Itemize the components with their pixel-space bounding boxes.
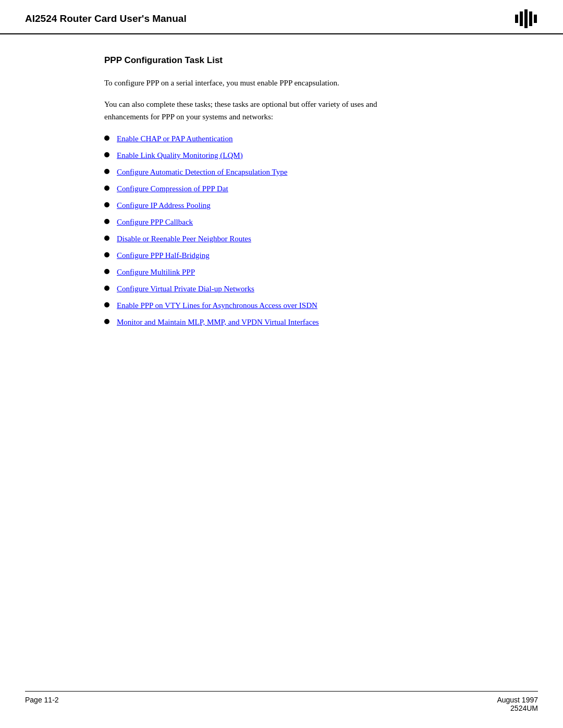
task-link-1[interactable]: Enable Link Quality Monitoring (LQM) xyxy=(117,150,243,161)
task-link-4[interactable]: Configure IP Address Pooling xyxy=(117,200,211,211)
list-item: Configure Virtual Private Dial-up Networ… xyxy=(104,283,538,294)
list-item: Enable PPP on VTY Lines for Asynchronous… xyxy=(104,300,538,311)
svg-rect-3 xyxy=(529,11,532,26)
company-logo-icon xyxy=(515,9,538,28)
bullet-dot-icon xyxy=(104,252,109,257)
bullet-dot-icon xyxy=(104,219,109,224)
task-list: Enable CHAP or PAP AuthenticationEnable … xyxy=(104,133,538,328)
main-content: PPP Configuration Task List To configure… xyxy=(0,34,563,365)
bullet-dot-icon xyxy=(104,286,109,291)
list-item: Configure Automatic Detection of Encapsu… xyxy=(104,167,538,178)
bullet-dot-icon xyxy=(104,319,109,324)
bullet-dot-icon xyxy=(104,302,109,307)
task-link-5[interactable]: Configure PPP Callback xyxy=(117,217,193,228)
footer-date: August 1997 xyxy=(497,696,538,704)
header-title: AI2524 Router Card User's Manual xyxy=(25,13,187,24)
svg-rect-0 xyxy=(515,15,518,23)
task-link-0[interactable]: Enable CHAP or PAP Authentication xyxy=(117,133,233,144)
bullet-dot-icon xyxy=(104,269,109,274)
task-link-6[interactable]: Disable or Reenable Peer Neighbor Routes xyxy=(117,233,251,244)
task-link-8[interactable]: Configure Multilink PPP xyxy=(117,267,195,278)
list-item: Disable or Reenable Peer Neighbor Routes xyxy=(104,233,538,244)
list-item: Configure PPP Callback xyxy=(104,217,538,228)
task-link-10[interactable]: Enable PPP on VTY Lines for Asynchronous… xyxy=(117,300,317,311)
footer-doc-id: 2524UM xyxy=(497,704,538,712)
page-container: AI2524 Router Card User's Manual PPP Con… xyxy=(0,0,563,728)
bullet-dot-icon xyxy=(104,202,109,207)
bullet-dot-icon xyxy=(104,152,109,157)
svg-rect-1 xyxy=(520,11,523,26)
footer-page-label: Page 11-2 xyxy=(25,696,59,704)
task-link-7[interactable]: Configure PPP Half-Bridging xyxy=(117,250,210,261)
list-item: Enable Link Quality Monitoring (LQM) xyxy=(104,150,538,161)
svg-rect-2 xyxy=(524,9,528,28)
list-item: Configure Multilink PPP xyxy=(104,267,538,278)
page-footer: Page 11-2 August 1997 2524UM xyxy=(25,691,538,712)
task-link-9[interactable]: Configure Virtual Private Dial-up Networ… xyxy=(117,283,254,294)
svg-rect-4 xyxy=(534,15,537,23)
list-item: Configure PPP Half-Bridging xyxy=(104,250,538,261)
list-item: Enable CHAP or PAP Authentication xyxy=(104,133,538,144)
page-header: AI2524 Router Card User's Manual xyxy=(0,0,563,34)
bullet-dot-icon xyxy=(104,236,109,241)
footer-right: August 1997 2524UM xyxy=(497,696,538,712)
bullet-dot-icon xyxy=(104,169,109,174)
list-item: Configure IP Address Pooling xyxy=(104,200,538,211)
bullet-dot-icon xyxy=(104,135,109,141)
intro-paragraph-1: To configure PPP on a serial interface, … xyxy=(104,77,396,89)
section-title: PPP Configuration Task List xyxy=(104,55,538,66)
list-item: Configure Compression of PPP Dat xyxy=(104,183,538,194)
bullet-dot-icon xyxy=(104,186,109,191)
task-link-2[interactable]: Configure Automatic Detection of Encapsu… xyxy=(117,167,287,178)
list-item: Monitor and Maintain MLP, MMP, and VPDN … xyxy=(104,317,538,328)
task-link-11[interactable]: Monitor and Maintain MLP, MMP, and VPDN … xyxy=(117,317,319,328)
intro-paragraph-2: You can also complete these tasks; these… xyxy=(104,98,396,123)
task-link-3[interactable]: Configure Compression of PPP Dat xyxy=(117,183,228,194)
